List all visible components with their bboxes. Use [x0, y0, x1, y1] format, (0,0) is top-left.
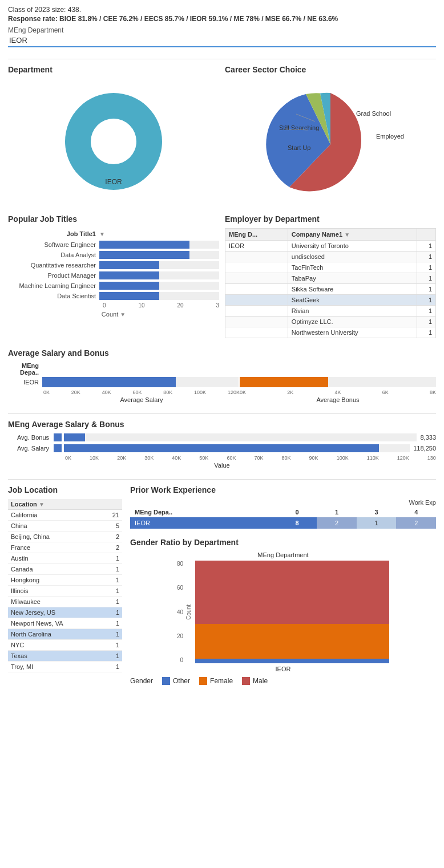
loc-name-cell: Newport News, VA	[8, 618, 102, 629]
loc-name-cell: NYC	[8, 640, 102, 651]
emp-dept-cell	[225, 317, 288, 327]
location-row: Beijing, China 2	[8, 532, 122, 542]
meng-bonus-bar-outer	[64, 433, 417, 441]
job-location-section: Job Location Location ▼ California 21 Ch…	[8, 485, 122, 685]
emp-count-cell: 1	[417, 252, 435, 262]
work-val-1: 2	[317, 517, 357, 529]
job-bar-outer	[99, 251, 219, 259]
work-col-0: 0	[277, 507, 317, 517]
emp-dept-cell	[225, 295, 288, 306]
loc-count-cell: 1	[102, 662, 122, 672]
loc-name-cell: New Jersey, US	[8, 607, 102, 618]
career-sector-title: Career Sector Choice	[225, 65, 436, 74]
jobs-axis: 0 10 20 3	[103, 302, 219, 309]
location-row: Austin 1	[8, 553, 122, 564]
meng-bonus-bar-inner	[64, 433, 85, 441]
legend-male-label: Male	[253, 677, 268, 685]
gender-other-bar	[195, 659, 389, 663]
legend-other: Other	[162, 677, 190, 685]
gender-dept-label: MEng Department	[130, 551, 436, 558]
loc-count-cell: 21	[102, 510, 122, 521]
salary-col-dept: MEng Depa..	[8, 362, 42, 376]
emp-dept-cell	[225, 327, 288, 338]
meng-bonus-row: Avg. Bonus 8,333	[8, 433, 436, 441]
work-row-ieor: IEOR 8 2 1 2	[130, 517, 436, 529]
emp-company-cell: University of Toronto	[288, 241, 417, 252]
gender-male-bar	[195, 561, 389, 624]
count-filter-icon[interactable]: ▼	[120, 311, 126, 318]
emp-count-cell: 1	[417, 273, 435, 284]
meng-salary-row: Avg. Salary 118,250	[8, 444, 436, 452]
gender-label-text: Gender	[130, 677, 153, 685]
employer-table: MEng D... Company Name1 ▼ IEOR Universit…	[225, 228, 436, 338]
salary-title: Average Salary and Bonus	[8, 348, 436, 358]
jobs-bars-container: Software Engineer Data Analyst Quantitat…	[8, 241, 219, 300]
page-container: Class of 2023 size: 438. Response rate: …	[0, 0, 444, 691]
location-row: France 2	[8, 542, 122, 553]
gender-y-label: Count	[185, 605, 192, 620]
legend-other-label: Other	[173, 677, 190, 685]
legend-male-swatch	[242, 677, 250, 685]
meng-bonus-label: Avg. Bonus	[8, 434, 54, 441]
emp-company-cell: SeatGeek	[288, 295, 417, 306]
meng-salary-row-label: Avg. Salary	[8, 445, 54, 452]
response-rate: Response rate: BIOE 81.8% / CEE 76.2% / …	[8, 15, 436, 23]
svg-text:IEOR: IEOR	[105, 178, 122, 186]
meng-salary-value: 118,250	[413, 445, 436, 452]
dept-filter-input[interactable]	[8, 34, 436, 47]
location-row: Troy, MI 1	[8, 662, 122, 672]
employer-tbody: IEOR University of Toronto 1 undisclosed…	[225, 241, 436, 338]
gender-x-label: IEOR	[276, 666, 291, 672]
loc-count-cell: 1	[102, 586, 122, 597]
loc-count-cell: 1	[102, 597, 122, 607]
svg-text:Grad School: Grad School	[356, 110, 391, 117]
emp-company-cell: TabaPay	[288, 273, 417, 284]
emp-count-cell: 1	[417, 284, 435, 295]
job-bar-outer	[99, 271, 219, 279]
svg-point-1	[91, 119, 136, 164]
dept-career-row: Department IEOR Career Sector Choice	[8, 65, 436, 204]
svg-text:Start Up: Start Up	[288, 144, 310, 151]
job-bar-row: Machine Learning Engineer	[8, 282, 219, 290]
career-sector-pie: Employed Grad School Still Searching Sta…	[225, 79, 436, 204]
loc-count-cell: 1	[102, 651, 122, 662]
job-bar-inner	[99, 241, 189, 249]
emp-dept-cell	[225, 273, 288, 284]
meng-salary-bar-inner	[64, 444, 379, 452]
emp-filter-icon[interactable]: ▼	[344, 232, 350, 238]
location-row: California 21	[8, 510, 122, 521]
loc-count-cell: 5	[102, 521, 122, 532]
department-section: Department IEOR	[8, 65, 219, 204]
job-bar-label: Machine Learning Engineer	[8, 282, 99, 289]
job-bar-row: Software Engineer	[8, 241, 219, 249]
location-table: Location ▼ California 21 China 5 Beijing…	[8, 499, 122, 672]
avg-bonus-bar-outer	[240, 377, 436, 387]
work-table: MEng Depa.. 0 1 3 4 IEOR 8 2 1 2	[130, 507, 436, 529]
employer-row: IEOR University of Toronto 1	[225, 241, 436, 252]
location-row: Illinois 1	[8, 586, 122, 597]
popular-jobs-title: Popular Job Titles	[8, 214, 219, 224]
loc-name-cell: Hongkong	[8, 575, 102, 586]
employer-section: Employer by Department MEng D... Company…	[225, 214, 436, 338]
loc-name-cell: China	[8, 521, 102, 532]
job-filter-icon[interactable]: ▼	[99, 231, 105, 237]
avg-bonus-label: Average Bonus	[240, 396, 436, 403]
loc-filter-icon[interactable]: ▼	[39, 501, 45, 508]
loc-name-cell: Milwaukee	[8, 597, 102, 607]
job-bar-row: Data Analyst	[8, 251, 219, 259]
work-col-1: 1	[317, 507, 357, 517]
work-val-0: 8	[277, 517, 317, 529]
location-row: Newport News, VA 1	[8, 618, 122, 629]
loc-count-cell: 1	[102, 640, 122, 651]
avg-salary-bar-outer	[42, 377, 239, 387]
svg-text:Still Searching: Still Searching	[279, 124, 319, 131]
job-location-title: Job Location	[8, 485, 122, 494]
legend-male: Male	[242, 677, 268, 685]
work-val-4: 2	[396, 517, 436, 529]
emp-count-cell: 1	[417, 295, 435, 306]
job-bar-outer	[99, 261, 219, 269]
job-bar-label: Product Manager	[8, 272, 99, 279]
salary-section: Average Salary and Bonus MEng Depa.. IEO…	[8, 348, 436, 403]
job-bar-inner	[99, 261, 159, 269]
work-col-dept: MEng Depa..	[130, 507, 277, 517]
